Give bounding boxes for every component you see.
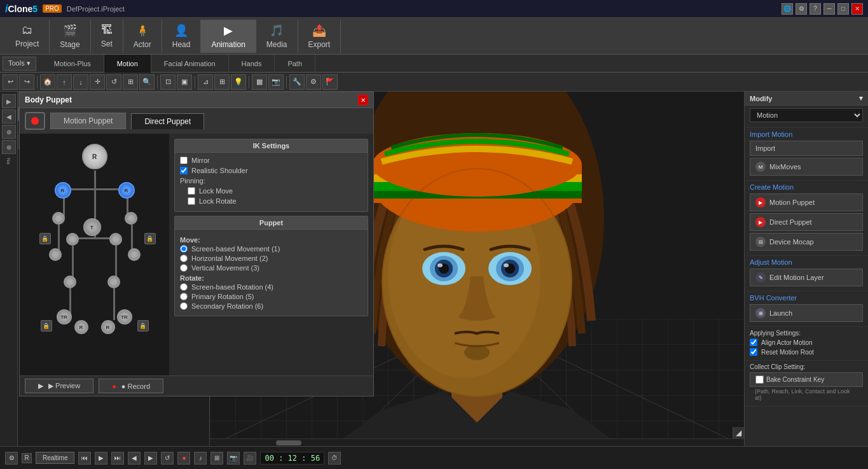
viewport-scrollbar[interactable]	[210, 438, 744, 446]
sidebar-icon-4[interactable]: ⊗	[2, 140, 16, 154]
mirror-checkbox[interactable]	[180, 157, 188, 164]
tab-motion[interactable]: Motion	[104, 55, 151, 73]
edit-motion-layer-button[interactable]: ✎ Edit Motion Layer	[750, 269, 863, 286]
nav-actor[interactable]: 🧍 Actor	[123, 20, 162, 53]
realtime-button[interactable]: Realtime	[36, 452, 74, 464]
timeline-settings-btn[interactable]: ⚙	[5, 452, 18, 465]
skel-right-hip[interactable]	[109, 233, 122, 246]
record-indicator-btn[interactable]	[25, 112, 45, 130]
right-direct-puppet-button[interactable]: ▶ Direct Puppet	[750, 213, 863, 231]
resize-handle[interactable]: ◢	[733, 427, 744, 438]
tab-hands[interactable]: Hands	[229, 55, 275, 73]
preview-button[interactable]: ▶ ▶ Preview	[25, 379, 93, 393]
lock-move-checkbox[interactable]	[188, 187, 195, 195]
nav-set[interactable]: 🏗 Set	[91, 20, 123, 53]
lock-left-foot-icon[interactable]: 🔒	[41, 320, 52, 332]
lock-rotate-checkbox[interactable]	[188, 197, 195, 205]
scrollbar-thumb[interactable]	[276, 440, 301, 445]
tools-button[interactable]: Tools ▾	[3, 57, 36, 71]
skel-left-shoulder[interactable]: R	[55, 182, 71, 199]
undo-btn[interactable]: ↩	[3, 74, 18, 90]
skel-right-foot-r[interactable]: R	[101, 320, 115, 334]
align-actor-motion-checkbox[interactable]	[750, 339, 757, 346]
nav-project[interactable]: 🗂 Project	[5, 20, 50, 53]
skel-right-shoulder[interactable]: R	[118, 182, 135, 199]
go-to-start-btn[interactable]: ⏮	[78, 452, 91, 465]
grid-btn[interactable]: ⊞	[214, 74, 230, 90]
bake-constraint-key-button[interactable]: Bake Constraint Key	[750, 372, 863, 387]
sidebar-icon-1[interactable]: ▶	[2, 94, 16, 108]
secondary-rotation-radio[interactable]	[180, 302, 188, 310]
close-btn[interactable]: ✕	[851, 3, 863, 15]
nav-animation[interactable]: ▶ Animation	[201, 20, 256, 53]
misc-btn-1[interactable]: 🔧	[289, 74, 305, 90]
light-btn[interactable]: 💡	[231, 74, 246, 90]
window-controls[interactable]: 🌐 ⚙ ? ─ □ ✕	[782, 3, 863, 15]
tab-direct-puppet[interactable]: Direct Puppet	[131, 113, 204, 129]
skel-right-foot-tr[interactable]: TR	[117, 309, 132, 325]
fit-btn[interactable]: ⊡	[160, 74, 176, 90]
skel-right-knee[interactable]	[107, 276, 120, 288]
loop-btn[interactable]: ↺	[161, 452, 174, 465]
minimize-btn[interactable]: ─	[823, 3, 835, 15]
misc-btn-2[interactable]: ⚙	[306, 74, 321, 90]
help-btn[interactable]: ?	[809, 3, 821, 15]
sidebar-icon-3[interactable]: ⊕	[2, 125, 16, 139]
reset-motion-root-checkbox[interactable]	[750, 348, 757, 356]
record-button[interactable]: ● ● Record	[99, 379, 163, 393]
camera-btn[interactable]: 📷	[268, 74, 284, 90]
tab-facial-animation[interactable]: Facial Animation	[151, 55, 229, 73]
record-timeline-btn[interactable]: ●	[177, 452, 190, 465]
move-down-btn[interactable]: ↓	[73, 74, 88, 90]
screen-based-movement-radio[interactable]	[180, 245, 188, 253]
misc-btn-3[interactable]: 🚩	[322, 74, 338, 90]
render-btn[interactable]: ▩	[252, 74, 267, 90]
vertical-movement-radio[interactable]	[180, 264, 188, 272]
go-to-end-btn[interactable]: ⏭	[111, 452, 124, 465]
help-icon[interactable]: 🌐	[782, 3, 793, 15]
rotate-btn[interactable]: ↺	[106, 74, 121, 90]
timeline-btn-extra[interactable]: ⊞	[210, 452, 223, 465]
import-button[interactable]: Import	[750, 141, 863, 156]
prev-frame-btn[interactable]: ◀	[128, 452, 141, 465]
mix-moves-button[interactable]: M MixMoves	[750, 158, 863, 176]
skel-left-foot-tr[interactable]: TR	[57, 309, 72, 325]
next-frame-btn[interactable]: ▶	[144, 452, 157, 465]
skel-left-wrist[interactable]	[49, 248, 62, 261]
realtime-toggle[interactable]: R	[22, 453, 32, 463]
frame-btn[interactable]: ▣	[177, 74, 192, 90]
skel-right-elbow[interactable]	[125, 212, 137, 225]
lock-right-icon[interactable]: 🔒	[144, 233, 156, 244]
move-up-btn[interactable]: ↑	[57, 74, 72, 90]
nav-stage[interactable]: 🎬 Stage	[50, 20, 90, 53]
primary-rotation-radio[interactable]	[180, 293, 188, 300]
home-btn[interactable]: 🏠	[40, 74, 55, 90]
launch-button[interactable]: ⊞ Launch	[750, 304, 863, 322]
skel-torso[interactable]: T	[83, 218, 101, 236]
device-mocap-button[interactable]: ⊟ Device Mocap	[750, 233, 863, 251]
sidebar-icon-2[interactable]: ◀	[2, 109, 16, 123]
motion-dropdown[interactable]: Motion	[750, 108, 863, 122]
tab-motion-puppet[interactable]: Motion Puppet	[50, 113, 126, 129]
zoom-btn[interactable]: 🔍	[139, 74, 155, 90]
tab-motion-plus[interactable]: Motion-Plus	[41, 55, 104, 73]
nav-export[interactable]: 📤 Export	[298, 20, 341, 53]
maximize-btn[interactable]: □	[837, 3, 849, 15]
lock-left-icon[interactable]: 🔒	[39, 233, 51, 244]
nav-head[interactable]: 👤 Head	[162, 20, 202, 53]
dialog-close-btn[interactable]: ✕	[358, 95, 368, 105]
skel-head[interactable]: R	[82, 144, 107, 169]
play-btn[interactable]: ▶	[95, 452, 107, 465]
snap-btn[interactable]: ⊿	[198, 74, 213, 90]
skel-left-elbow[interactable]	[52, 212, 65, 225]
bake-constraint-checkbox[interactable]	[755, 375, 764, 384]
tab-path[interactable]: Path	[275, 55, 315, 73]
skel-left-foot-r[interactable]: R	[74, 320, 88, 334]
settings-icon[interactable]: ⚙	[796, 3, 807, 15]
audio-btn[interactable]: ♪	[194, 452, 207, 465]
redo-btn[interactable]: ↪	[19, 74, 34, 90]
timeline-btn-extra3[interactable]: 🎥	[244, 452, 256, 465]
right-motion-puppet-button[interactable]: ▶ Motion Puppet	[750, 193, 863, 211]
skel-left-hip[interactable]	[66, 233, 79, 246]
skel-left-knee[interactable]	[64, 276, 76, 288]
